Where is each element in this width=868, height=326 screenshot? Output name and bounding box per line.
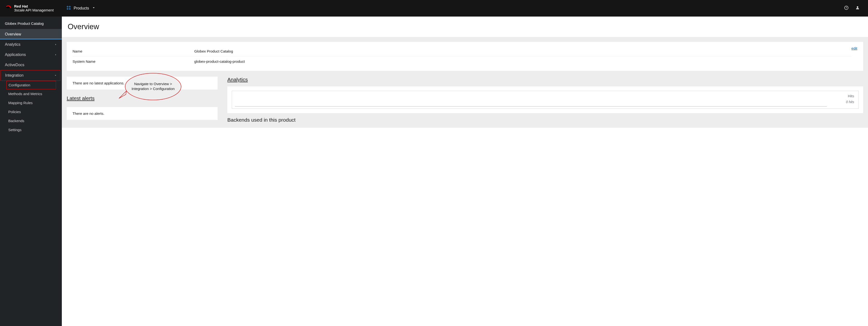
hits-chart: Hits 0 hits — [232, 91, 859, 109]
sidebar-item-activedocs[interactable]: ActiveDocs — [0, 60, 62, 70]
edit-link[interactable]: edit — [851, 46, 857, 51]
sidebar-item-applications[interactable]: Applications — [0, 50, 62, 60]
svg-point-0 — [67, 6, 68, 7]
sidebar-item-label: Overview — [5, 32, 21, 36]
sidebar-item-label: ActiveDocs — [5, 63, 24, 67]
info-value: Globex Product Catalog — [194, 49, 851, 53]
latest-applications-card: There are no latest applications. — [67, 77, 218, 90]
brand-text: Red Hat 3scale API Management — [14, 4, 54, 12]
latest-alerts-heading[interactable]: Latest alerts — [67, 95, 218, 101]
product-info-card: Name Globex Product Catalog System Name … — [67, 42, 863, 71]
redhat-logo-icon — [5, 4, 12, 12]
info-row-name: Name Globex Product Catalog — [72, 46, 851, 57]
chevron-right-icon — [55, 42, 57, 47]
help-icon: ? — [844, 7, 848, 11]
latest-alerts-card: There are no alerts. — [67, 107, 218, 120]
analytics-heading[interactable]: Analytics — [227, 77, 863, 83]
sidebar-item-overview[interactable]: Overview — [0, 29, 62, 39]
info-label: Name — [72, 49, 194, 53]
products-menu[interactable]: Products — [64, 6, 98, 11]
sidebar: Globex Product Catalog Overview Analytic… — [0, 17, 62, 326]
help-button[interactable]: ? — [841, 6, 852, 11]
sidebar-item-label: Integration — [5, 73, 24, 77]
chevron-down-icon — [54, 73, 57, 77]
sidebar-item-integration[interactable]: Integration — [1, 70, 60, 80]
chevron-right-icon — [55, 53, 57, 57]
sidebar-item-label: Analytics — [5, 42, 21, 47]
sidebar-sub-backends[interactable]: Backends — [0, 116, 62, 125]
highlight-configuration: Configuration — [6, 81, 56, 89]
svg-point-1 — [69, 6, 70, 7]
sidebar-sub-mapping[interactable]: Mapping Rules — [0, 98, 62, 107]
brand-subtitle: 3scale API Management — [14, 8, 54, 12]
main: Overview Name Globex Product Catalog Sys… — [62, 17, 868, 326]
no-alerts-msg: There are no alerts. — [72, 111, 212, 116]
hits-label: Hits — [236, 94, 854, 98]
products-menu-label: Products — [74, 6, 89, 10]
svg-point-3 — [69, 8, 70, 9]
sidebar-sub-configuration[interactable]: Configuration — [7, 81, 56, 89]
page-title: Overview — [68, 22, 862, 31]
sidebar-sub-settings[interactable]: Settings — [0, 125, 62, 134]
topbar: Red Hat 3scale API Management Products ? — [0, 0, 868, 17]
brand-title: Red Hat — [14, 4, 54, 8]
no-applications-msg: There are no latest applications. — [72, 81, 212, 85]
sidebar-item-analytics[interactable]: Analytics — [0, 39, 62, 50]
info-value: globex-product-catalog-product — [194, 59, 851, 64]
info-label: System Name — [72, 59, 194, 64]
backends-heading: Backends used in this product — [227, 117, 863, 123]
analytics-card: Hits 0 hits — [227, 86, 863, 113]
sidebar-item-label: Applications — [5, 53, 26, 57]
user-button[interactable] — [852, 6, 863, 11]
user-icon — [855, 7, 860, 11]
highlight-integration: Integration — [0, 70, 60, 81]
hits-value: 0 hits — [236, 100, 854, 104]
sidebar-sub-policies[interactable]: Policies — [0, 107, 62, 116]
sidebar-sub-methods[interactable]: Methods and Metrics — [0, 89, 62, 98]
svg-text:?: ? — [846, 6, 847, 9]
sidebar-context: Globex Product Catalog — [0, 17, 62, 29]
api-icon — [66, 6, 71, 11]
brand: Red Hat 3scale API Management — [5, 4, 54, 12]
chevron-down-icon — [92, 6, 95, 10]
info-row-sysname: System Name globex-product-catalog-produ… — [72, 57, 851, 66]
svg-point-2 — [67, 8, 68, 9]
